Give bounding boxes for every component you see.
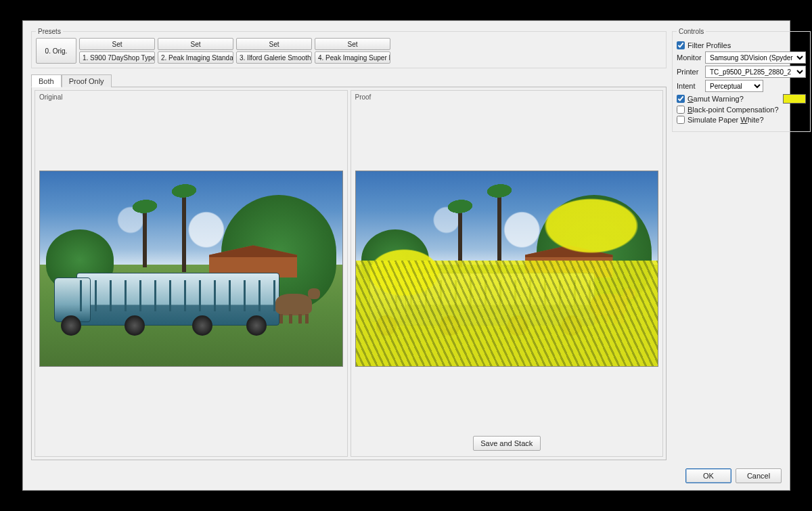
train-windows [395, 280, 591, 311]
wheel-icon [61, 315, 81, 336]
preset-col-1: Set 1. S900 7DayShop Type 41 [79, 38, 155, 64]
filter-profiles-label: Filter Profiles [687, 41, 731, 49]
save-row: Save and Stack [351, 432, 663, 452]
preset-4-set-button[interactable]: Set [315, 38, 390, 50]
view-tabs: Both Proof Only [31, 74, 667, 87]
preset-col-2: Set 2. Peak Imaging Standard [158, 38, 233, 64]
proof-pane: Proof [351, 90, 664, 457]
gamut-color-swatch[interactable] [783, 94, 806, 104]
original-label: Original [39, 93, 343, 101]
gamut-warning-label: Gamut Warning? [687, 95, 744, 103]
views-row: Original [35, 90, 663, 457]
preset-4-select-button[interactable]: 4. Peak Imaging Super High Glo [315, 51, 390, 64]
simulate-paper-row: Simulate Paper White? [677, 116, 806, 124]
simulate-paper-checkbox[interactable] [677, 116, 685, 124]
gamut-warning-checkbox[interactable] [677, 95, 685, 103]
content-area: Presets 0. Orig. Set 1. S900 7DayShop Ty… [23, 21, 790, 463]
filter-profiles-row: Filter Profiles [677, 41, 806, 49]
cow-shape [275, 294, 312, 315]
controls-legend: Controls [677, 28, 706, 35]
simulate-paper-label: Simulate Paper White? [687, 116, 764, 124]
original-image [39, 171, 343, 367]
wheel-icon [246, 315, 267, 336]
monitor-label: Monitor [677, 53, 702, 62]
preset-3-set-button[interactable]: Set [236, 38, 312, 50]
wheel-icon [508, 315, 528, 336]
cancel-button[interactable]: Cancel [736, 468, 782, 483]
palm-tree [497, 191, 501, 272]
intent-row: Intent Perceptual [677, 80, 806, 92]
train-windows [80, 280, 276, 311]
black-point-checkbox[interactable] [677, 106, 685, 114]
tourist-train [76, 273, 279, 326]
monitor-row: Monitor Samsung 3DVision (Spyder [677, 51, 806, 64]
printer-label: Printer [677, 68, 702, 76]
palm-tree [143, 206, 147, 267]
proof-image [355, 171, 659, 367]
cow-shape [591, 294, 627, 315]
intent-select[interactable]: Perceptual [705, 80, 763, 92]
presets-group: Presets 0. Orig. Set 1. S900 7DayShop Ty… [31, 28, 667, 68]
wheel-icon [562, 315, 582, 336]
preset-2-select-button[interactable]: 2. Peak Imaging Standard [158, 51, 233, 64]
preset-col-3: Set 3. Ilford Galerie Smooth Gloss [236, 38, 312, 64]
palm-tree [182, 191, 186, 272]
original-pane: Original [35, 90, 348, 457]
black-point-label: Black-point Compensation? [687, 106, 779, 114]
preset-row: 0. Orig. Set 1. S900 7DayShop Type 41 Se… [36, 38, 662, 64]
preset-1-select-button[interactable]: 1. S900 7DayShop Type 41 [79, 51, 155, 64]
gamut-warning-row: Gamut Warning? [677, 94, 806, 104]
monitor-select[interactable]: Samsung 3DVision (Spyder [705, 51, 806, 64]
tab-body: Original [31, 87, 667, 460]
wheel-icon [192, 315, 212, 336]
controls-group: Controls Filter Profiles Monitor Samsung… [672, 28, 811, 132]
wheel-icon [376, 315, 397, 336]
preset-col-4: Set 4. Peak Imaging Super High Glo [315, 38, 390, 64]
wheel-icon [440, 315, 460, 336]
preset-2-set-button[interactable]: Set [158, 38, 233, 50]
preset-3-select-button[interactable]: 3. Ilford Galerie Smooth Gloss [236, 51, 312, 64]
black-point-row: Black-point Compensation? [677, 106, 806, 114]
preset-col-orig: 0. Orig. [36, 38, 76, 64]
ok-button[interactable]: OK [685, 468, 731, 483]
presets-legend: Presets [36, 28, 63, 35]
soft-proof-dialog: Presets 0. Orig. Set 1. S900 7DayShop Ty… [22, 20, 790, 491]
tourist-train [392, 273, 595, 326]
printer-row: Printer TC_p9500_PL285_2880_2 [677, 66, 806, 78]
preset-1-set-button[interactable]: Set [79, 38, 155, 50]
filter-profiles-checkbox[interactable] [677, 41, 685, 49]
right-panel: Controls Filter Profiles Monitor Samsung… [672, 28, 782, 460]
palm-tree [458, 206, 462, 267]
printer-select[interactable]: TC_p9500_PL285_2880_2 [705, 66, 806, 78]
save-and-stack-button[interactable]: Save and Stack [473, 436, 541, 451]
left-panel: Presets 0. Orig. Set 1. S900 7DayShop Ty… [31, 28, 667, 460]
wheel-icon [125, 315, 145, 336]
tab-proof-only[interactable]: Proof Only [62, 74, 112, 87]
preset-orig-button[interactable]: 0. Orig. [36, 38, 76, 64]
proof-label: Proof [355, 93, 659, 101]
dialog-footer: OK Cancel [23, 463, 790, 490]
tab-both[interactable]: Both [31, 74, 62, 87]
intent-label: Intent [677, 82, 702, 90]
